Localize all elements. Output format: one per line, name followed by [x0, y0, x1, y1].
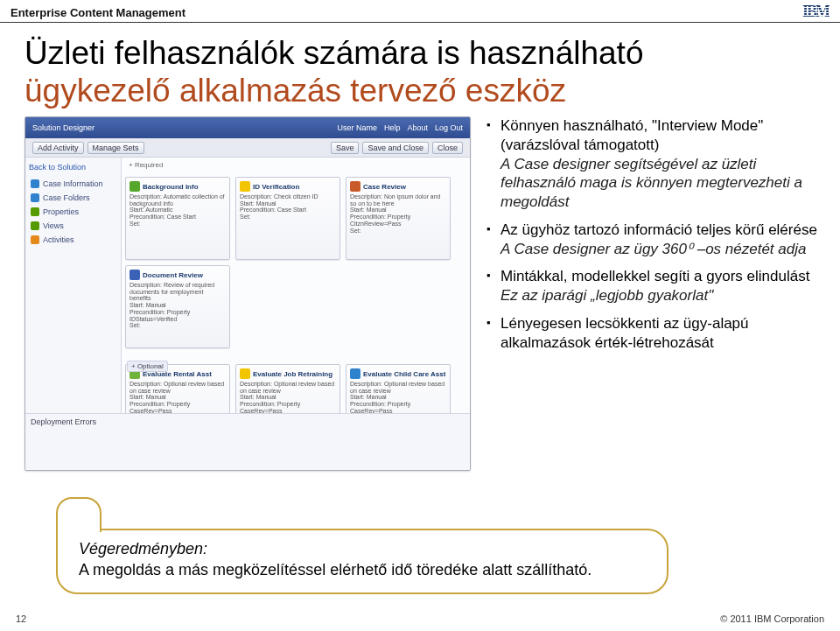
ss-toolbar: Add Activity Manage Sets Save Save and C…	[25, 138, 470, 158]
bullet-text: Lényegesen lecsökkenti az ügy-alapú alka…	[500, 315, 749, 351]
callout-wrap: Végeredményben: A megoldás a más megköze…	[56, 529, 668, 594]
bullet-item: Az ügyhöz tartozó információ teljes körű…	[486, 221, 821, 259]
bullet-sub: A Case designer az ügy 360⁰ –os nézetét …	[500, 240, 821, 259]
ss-side-item[interactable]: Activities	[29, 233, 117, 247]
title-line-2: ügykezelő alkalmazás tervező eszköz	[24, 73, 816, 110]
ss-side-item[interactable]: Views	[29, 219, 117, 233]
page-number: 12	[16, 613, 26, 624]
ss-toplink[interactable]: Log Out	[435, 123, 463, 132]
ss-back-link[interactable]: Back to Solution	[29, 163, 117, 172]
square-icon	[31, 221, 39, 230]
card-icon	[350, 181, 360, 192]
copyright: © 2011 IBM Corporation	[720, 613, 824, 624]
bullet-text: Az ügyhöz tartozó információ teljes körű…	[500, 221, 817, 238]
ss-add-activity-button[interactable]: Add Activity	[32, 142, 84, 154]
card-icon	[350, 368, 360, 379]
bullet-text: Könnyen használható, "Interview Mode" (v…	[500, 117, 763, 153]
square-icon	[31, 235, 39, 244]
title-block: Üzleti felhasználók számára is használha…	[0, 23, 840, 109]
bullet-item: Lényegesen lecsökkenti az ügy-alapú alka…	[486, 314, 821, 353]
callout-box: Végeredményben: A megoldás a más megköze…	[56, 529, 668, 594]
ss-toplink[interactable]: User Name	[337, 123, 377, 132]
square-icon	[31, 179, 39, 188]
slide-footer: 12 © 2011 IBM Corporation	[0, 613, 840, 624]
ss-side-item[interactable]: Properties	[29, 205, 117, 219]
header-title: Enterprise Content Management	[10, 6, 186, 19]
ss-topbar: Solution Designer User Name Help About L…	[25, 117, 470, 138]
bullets-column: Könnyen használható, "Interview Mode" (v…	[486, 116, 821, 471]
ss-bottom-panel: Deployment Errors	[25, 413, 470, 470]
bullet-text: Mintákkal, modellekkel segíti a gyors el…	[500, 268, 809, 284]
ss-required-label: + Required	[129, 161, 163, 169]
ss-toplink[interactable]: Help	[384, 123, 401, 132]
ss-app-label: Solution Designer	[32, 123, 94, 132]
title-line-1: Üzleti felhasználók számára is használha…	[24, 35, 816, 73]
ss-toplinks: User Name Help About Log Out	[337, 123, 463, 132]
callout-tab-icon	[56, 497, 102, 532]
bullet-sub: Ez az iparági „legjobb gyakorlat"	[500, 286, 821, 305]
bullet-sub: A Case designer segítségével az üzleti f…	[500, 155, 821, 212]
ss-toplink[interactable]: About	[407, 123, 428, 132]
card-icon	[240, 181, 250, 192]
ss-close-button[interactable]: Close	[432, 142, 463, 154]
card-icon	[130, 181, 140, 192]
screenshot-column: Solution Designer User Name Help About L…	[24, 116, 471, 471]
ss-deploy-errors: Deployment Errors	[31, 417, 96, 426]
square-icon	[31, 207, 39, 216]
card-icon	[130, 270, 140, 280]
ibm-logo-icon: IBM	[802, 4, 830, 19]
ss-card[interactable]: ID VerificationDescription: Check citize…	[235, 177, 340, 260]
slide: Enterprise Content Management IBM Üzleti…	[0, 0, 840, 631]
ss-card[interactable]: Document ReviewDescription: Review of re…	[125, 265, 230, 348]
slide-header: Enterprise Content Management IBM	[0, 0, 840, 23]
square-icon	[31, 193, 39, 202]
ss-save-close-button[interactable]: Save and Close	[362, 142, 429, 154]
card-icon	[240, 368, 250, 379]
ss-card[interactable]: Background InfoDescription: Automatic co…	[125, 177, 230, 260]
callout-lead: Végeredményben:	[79, 540, 207, 557]
ss-card[interactable]: Case ReviewDescription: Non ipsum dolor …	[346, 177, 451, 260]
ss-side-item[interactable]: Case Information	[29, 177, 117, 191]
bullet-item: Mintákkal, modellekkel segíti a gyors el…	[486, 267, 821, 305]
ss-manage-sets-button[interactable]: Manage Sets	[88, 142, 144, 154]
callout-body: A megoldás a más megközelítéssel elérhet…	[79, 561, 592, 578]
bullet-item: Könnyen használható, "Interview Mode" (v…	[486, 116, 821, 212]
ss-save-button[interactable]: Save	[331, 142, 360, 154]
screenshot-mock: Solution Designer User Name Help About L…	[24, 116, 471, 471]
ss-optional-label: + Optional	[127, 361, 168, 372]
ss-side-item[interactable]: Case Folders	[29, 191, 117, 205]
